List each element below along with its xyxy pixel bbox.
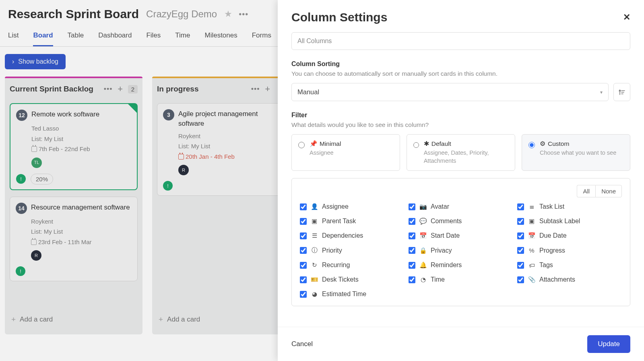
- tab-list[interactable]: List: [8, 28, 19, 46]
- select-all-button[interactable]: All: [577, 185, 595, 197]
- field-checkbox-recurring[interactable]: ↻Recurring: [300, 261, 405, 269]
- progress-badge: 20%: [31, 174, 53, 185]
- field-checkbox-attachments[interactable]: 📎Attachments: [517, 276, 622, 283]
- chevron-right-icon: ›: [12, 58, 14, 65]
- filter-option-minimal[interactable]: 📌Minimal Assignee: [291, 134, 400, 171]
- field-icon: 🎫: [311, 276, 318, 283]
- filter-radio[interactable]: [298, 142, 305, 148]
- card-number-badge: 3: [163, 109, 174, 120]
- field-label: Parent Task: [322, 218, 356, 225]
- field-label: Attachments: [539, 276, 575, 283]
- checkbox[interactable]: [409, 203, 415, 210]
- card-title: Remote work software: [31, 110, 99, 119]
- checkbox[interactable]: [409, 232, 415, 239]
- tab-board[interactable]: Board: [33, 28, 53, 46]
- add-card-button[interactable]: +Add a card: [5, 309, 142, 330]
- field-checkbox-priority[interactable]: ⓘPriority: [300, 247, 405, 254]
- field-label: Progress: [539, 247, 565, 254]
- add-card-icon[interactable]: +: [263, 84, 272, 94]
- filter-option-custom[interactable]: ⚙Custom Choose what you want to see: [522, 134, 630, 171]
- add-card-icon[interactable]: +: [116, 84, 125, 94]
- checkbox[interactable]: [409, 276, 415, 283]
- filter-option-default[interactable]: ✱Default Assignee, Dates, Priority, Atta…: [407, 134, 515, 171]
- checkbox[interactable]: [517, 262, 524, 269]
- update-button[interactable]: Update: [587, 335, 630, 353]
- filter-radio[interactable]: [528, 142, 535, 148]
- field-checkbox-time[interactable]: ◔Time: [409, 276, 513, 283]
- field-checkbox-progress[interactable]: %Progress: [517, 247, 622, 254]
- checkbox[interactable]: [517, 247, 524, 254]
- field-checkbox-avatar[interactable]: 📷Avatar: [409, 203, 513, 210]
- more-icon[interactable]: •••: [239, 10, 248, 19]
- column-menu-icon[interactable]: •••: [104, 85, 113, 93]
- tab-files[interactable]: Files: [146, 28, 161, 46]
- task-card[interactable]: 3 Agile project management software Royk…: [157, 103, 285, 196]
- field-label: Avatar: [431, 203, 449, 210]
- field-checkbox-privacy[interactable]: 🔒Privacy: [409, 247, 513, 254]
- star-icon[interactable]: ★: [224, 9, 232, 19]
- columns-select[interactable]: All Columns: [291, 32, 630, 50]
- field-checkbox-tags[interactable]: 🏷Tags: [517, 261, 622, 269]
- card-list: List: My List: [178, 141, 279, 151]
- checkbox[interactable]: [517, 232, 524, 239]
- tab-dashboard[interactable]: Dashboard: [98, 28, 132, 46]
- task-card[interactable]: 12 Remote work software Ted Lasso List: …: [10, 103, 138, 190]
- field-icon: 💬: [419, 218, 427, 225]
- field-checkbox-due-date[interactable]: 📅Due Date: [517, 232, 622, 239]
- show-backlog-button[interactable]: › Show backlog: [5, 54, 66, 69]
- chevron-down-icon: ▾: [600, 89, 603, 95]
- sort-direction-button[interactable]: [613, 83, 630, 101]
- checkbox[interactable]: [517, 276, 524, 283]
- checkbox[interactable]: [409, 218, 415, 225]
- field-icon: ≣: [528, 203, 535, 210]
- close-icon[interactable]: ✕: [623, 12, 630, 23]
- filter-option-title: Minimal: [320, 140, 341, 147]
- field-checkbox-estimated-time[interactable]: ◕Estimated Time: [300, 290, 405, 298]
- field-checkbox-comments[interactable]: 💬Comments: [409, 218, 513, 225]
- add-card-button[interactable]: +Add a card: [152, 309, 290, 330]
- tab-forms[interactable]: Forms: [252, 28, 271, 46]
- field-checkbox-desk-tickets[interactable]: 🎫Desk Tickets: [300, 276, 405, 283]
- field-icon: 🏷: [528, 262, 535, 269]
- field-checkbox-subtask-label[interactable]: ▣Subtask Label: [517, 218, 622, 225]
- card-dates: 20th Jan - 4th Feb: [178, 151, 279, 162]
- field-label: Due Date: [539, 232, 567, 239]
- tab-table[interactable]: Table: [68, 28, 84, 46]
- cancel-button[interactable]: Cancel: [291, 340, 587, 348]
- sorting-label: Column Sorting: [291, 60, 630, 68]
- field-label: Privacy: [431, 247, 452, 254]
- checkbox[interactable]: [300, 291, 307, 298]
- tab-milestones[interactable]: Milestones: [204, 28, 237, 46]
- field-checkbox-start-date[interactable]: 📅Start Date: [409, 232, 513, 239]
- checkbox[interactable]: [409, 247, 415, 254]
- field-checkbox-reminders[interactable]: 🔔Reminders: [409, 261, 513, 269]
- panel-title: Column Settings: [291, 10, 623, 24]
- card-title: Agile project management software: [178, 109, 279, 129]
- card-dates: 23rd Feb - 11th Mar: [31, 237, 132, 247]
- checkbox[interactable]: [517, 218, 524, 225]
- checkbox[interactable]: [300, 218, 307, 225]
- field-label: Estimated Time: [322, 290, 366, 298]
- sorting-select[interactable]: Manual▾: [291, 83, 609, 101]
- avatar: R: [178, 165, 189, 175]
- checkbox[interactable]: [300, 262, 307, 269]
- checkbox[interactable]: [300, 232, 307, 239]
- task-card[interactable]: 14 Resource management software Roykent …: [10, 197, 138, 282]
- field-checkbox-parent-task[interactable]: ▣Parent Task: [300, 218, 405, 225]
- select-none-button[interactable]: None: [595, 185, 622, 197]
- column-menu-icon[interactable]: •••: [251, 85, 260, 93]
- field-icon: 📷: [419, 203, 427, 210]
- field-checkbox-task-list[interactable]: ≣Task List: [517, 203, 622, 210]
- field-label: Assignee: [322, 203, 349, 210]
- field-checkbox-assignee[interactable]: 👤Assignee: [300, 203, 405, 210]
- field-checkbox-dependencies[interactable]: ☰Dependencies: [300, 232, 405, 239]
- checkbox[interactable]: [300, 247, 307, 254]
- checkbox[interactable]: [517, 203, 524, 210]
- tab-time[interactable]: Time: [175, 28, 190, 46]
- checkbox[interactable]: [300, 203, 307, 210]
- checkbox[interactable]: [409, 262, 415, 269]
- filter-radio[interactable]: [413, 142, 419, 148]
- card-assignee: Roykent: [178, 131, 279, 141]
- field-icon: 📅: [528, 232, 535, 239]
- checkbox[interactable]: [300, 276, 307, 283]
